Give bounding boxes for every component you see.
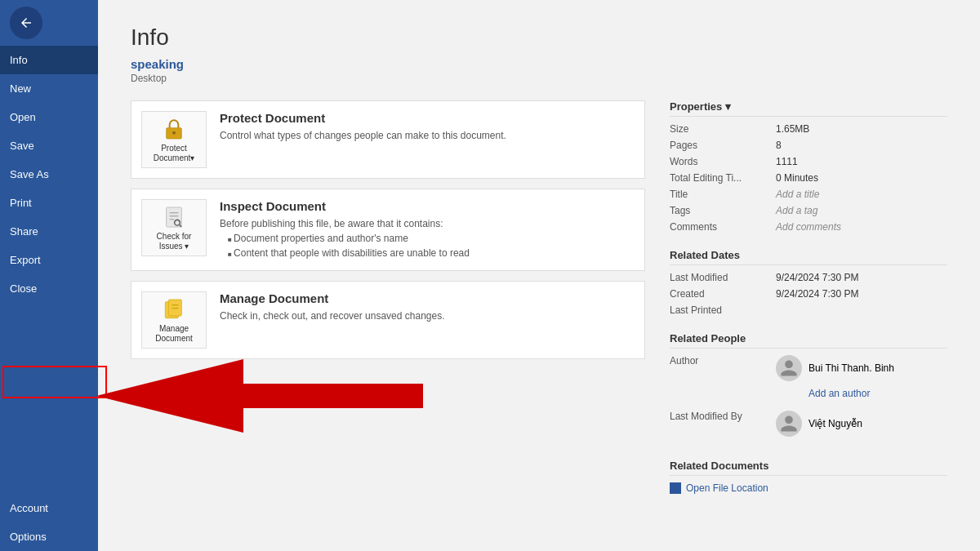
- add-author-link[interactable]: Add an author: [808, 388, 894, 399]
- sidebar-item-new[interactable]: New: [0, 74, 98, 103]
- properties-title[interactable]: Properties ▾: [670, 100, 947, 117]
- prop-title: Title Add a title: [670, 189, 947, 200]
- related-docs-title: Related Documents: [670, 460, 947, 476]
- file-location-icon: [670, 482, 681, 494]
- sidebar-item-print[interactable]: Print: [0, 189, 98, 217]
- date-modified: Last Modified 9/24/2024 7:30 PM: [670, 272, 947, 283]
- inspect-bullet-2: Content that people with disabilities ar…: [228, 246, 635, 260]
- related-people-title: Related People: [670, 332, 947, 349]
- inspect-description: Before publishing this file, be aware th…: [220, 216, 635, 260]
- protect-icon-label: ProtectDocument▾: [154, 144, 195, 163]
- prop-editing-time: Total Editing Ti... 0 Minutes: [670, 172, 947, 184]
- page-title: Info: [131, 24, 947, 51]
- author-name: Bui Thi Thanh. Binh: [808, 362, 894, 374]
- sidebar-item-export[interactable]: Export: [0, 246, 98, 274]
- properties-section: Properties ▾ Size 1.65MB Pages 8 Words 1…: [670, 100, 947, 233]
- manage-icon-button[interactable]: ManageDocument: [141, 291, 207, 349]
- protect-icon-button[interactable]: ProtectDocument▾: [141, 111, 207, 168]
- protect-title: Protect Document: [220, 111, 635, 125]
- manage-title: Manage Document: [220, 291, 635, 305]
- sidebar-item-info[interactable]: Info: [0, 46, 98, 74]
- prop-comments: Comments Add comments: [670, 221, 947, 233]
- modifier-avatar: [776, 411, 802, 437]
- author-person-row: Bui Thi Thanh. Binh: [776, 355, 894, 381]
- inspect-title: Inspect Document: [220, 199, 635, 213]
- modifier-row: Last Modified By Việt Nguyễn: [670, 411, 947, 443]
- open-file-location-link[interactable]: Open File Location: [670, 482, 947, 494]
- right-panel: Properties ▾ Size 1.65MB Pages 8 Words 1…: [670, 100, 947, 510]
- date-printed: Last Printed: [670, 304, 947, 316]
- back-button[interactable]: [10, 7, 42, 39]
- sidebar-item-account[interactable]: Account: [0, 494, 98, 522]
- author-row: Author Bui Thi Thanh. Binh Add an author: [670, 355, 947, 406]
- sidebar-item-share[interactable]: Share: [0, 217, 98, 246]
- prop-tags: Tags Add a tag: [670, 205, 947, 216]
- inspect-content: Inspect Document Before publishing this …: [220, 199, 635, 260]
- inspect-document-card: Check forIssues ▾ Inspect Document Befor…: [131, 189, 645, 271]
- manage-content: Manage Document Check in, check out, and…: [220, 291, 635, 323]
- protect-description: Control what types of changes people can…: [220, 128, 635, 143]
- prop-words: Words 1111: [670, 156, 947, 167]
- manage-document-card: ManageDocument Manage Document Check in,…: [131, 281, 645, 359]
- main-content: Info speaking Desktop ProtectDocument▾: [98, 0, 980, 551]
- manage-description: Check in, check out, and recover unsaved…: [220, 309, 635, 323]
- document-location: Desktop: [131, 73, 947, 84]
- related-people-section: Related People Author Bui Thi Thanh. Bin…: [670, 332, 947, 443]
- content-area: ProtectDocument▾ Protect Document Contro…: [131, 100, 947, 510]
- related-dates-section: Related Dates Last Modified 9/24/2024 7:…: [670, 249, 947, 316]
- inspect-icon-label: Check forIssues ▾: [157, 232, 192, 251]
- document-name: speaking: [131, 57, 947, 71]
- sidebar-item-saveas[interactable]: Save As: [0, 160, 98, 189]
- sidebar-item-open[interactable]: Open: [0, 103, 98, 131]
- inspect-bullet-1: Document properties and author's name: [228, 231, 635, 246]
- sidebar-item-options[interactable]: Options: [0, 522, 98, 551]
- prop-size: Size 1.65MB: [670, 123, 947, 135]
- protect-document-card: ProtectDocument▾ Protect Document Contro…: [131, 100, 645, 179]
- left-panel: ProtectDocument▾ Protect Document Contro…: [131, 100, 645, 510]
- svg-point-1: [172, 131, 176, 135]
- related-documents-section: Related Documents Open File Location: [670, 460, 947, 494]
- manage-icon-label: ManageDocument: [155, 324, 193, 344]
- prop-pages: Pages 8: [670, 140, 947, 151]
- modifier-person-row: Việt Nguyễn: [776, 411, 862, 437]
- modifier-name: Việt Nguyễn: [808, 418, 862, 429]
- inspect-icon-button[interactable]: Check forIssues ▾: [141, 199, 207, 256]
- related-dates-title: Related Dates: [670, 249, 947, 265]
- sidebar-item-save[interactable]: Save: [0, 131, 98, 160]
- protect-content: Protect Document Control what types of c…: [220, 111, 635, 143]
- author-avatar: [776, 355, 802, 381]
- sidebar: Info New Open Save Save As Print Share E…: [0, 0, 98, 551]
- sidebar-item-close[interactable]: Close: [0, 274, 98, 303]
- date-created: Created 9/24/2024 7:30 PM: [670, 288, 947, 300]
